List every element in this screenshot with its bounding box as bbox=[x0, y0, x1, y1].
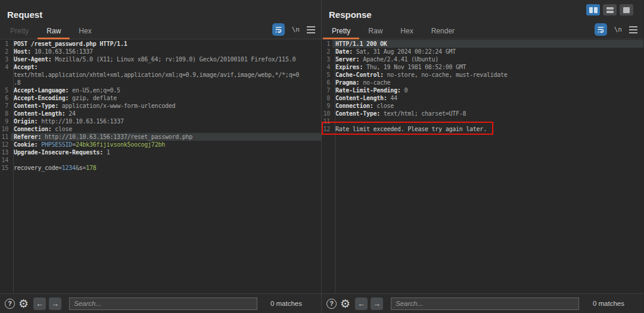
editor-line: 3User-Agent: Mozilla/5.0 (X11; Linux x86… bbox=[0, 55, 321, 63]
editor-line: .8 bbox=[0, 79, 321, 86]
editor-line: 6Pragma: no-cache bbox=[322, 79, 643, 86]
line-number: 1 bbox=[322, 40, 332, 48]
editor-line: 1HTTP/1.1 200 OK bbox=[322, 40, 643, 48]
editor-line: 5Accept-Language: en-US,en;q=0.5 bbox=[0, 86, 321, 94]
editor-line: 11 bbox=[322, 117, 643, 125]
tab-render[interactable]: Render bbox=[422, 23, 463, 39]
editor-line: 14 bbox=[0, 156, 321, 164]
request-editor-tools: \n bbox=[272, 23, 315, 39]
columns-icon bbox=[589, 7, 593, 13]
editor-line: 3Server: Apache/2.4.41 (Ubuntu) bbox=[322, 55, 643, 63]
line-text: Cookie: PHPSESSID=24bk36fijivsonk5oocogj… bbox=[11, 141, 321, 148]
request-panel-title: Request bbox=[0, 0, 321, 24]
tab-hex[interactable]: Hex bbox=[70, 23, 100, 39]
request-tabs: PrettyRawHex bbox=[1, 23, 101, 39]
line-text: Content-Length: 24 bbox=[11, 110, 321, 117]
line-number: 3 bbox=[0, 55, 11, 63]
line-text: Accept: bbox=[11, 63, 321, 71]
next-match-button[interactable]: → bbox=[49, 297, 61, 310]
line-number: 12 bbox=[322, 125, 332, 133]
show-newlines-toggle[interactable]: \n bbox=[614, 26, 622, 33]
line-text: Server: Apache/2.4.41 (Ubuntu) bbox=[332, 55, 643, 63]
line-number: 5 bbox=[0, 86, 11, 94]
editor-line: 6Accept-Encoding: gzip, deflate bbox=[0, 94, 321, 102]
line-number: 12 bbox=[0, 141, 11, 148]
word-wrap-icon bbox=[275, 26, 282, 33]
line-number: 15 bbox=[0, 164, 11, 172]
settings-gear-icon[interactable]: ⚙ bbox=[340, 297, 350, 309]
editor-line: 10Content-Type: text/html; charset=UTF-8 bbox=[322, 110, 643, 117]
line-text: Referer: http://10.10.63.156:1337/reset_… bbox=[11, 133, 321, 141]
line-number: 14 bbox=[0, 156, 11, 164]
tab-raw[interactable]: Raw bbox=[359, 23, 391, 39]
line-text: POST /reset_password.php HTTP/1.1 bbox=[11, 40, 321, 48]
line-number: 7 bbox=[322, 86, 332, 94]
line-number: 2 bbox=[0, 48, 11, 55]
response-editor-menu-button[interactable] bbox=[629, 26, 637, 33]
word-wrap-icon bbox=[597, 26, 605, 33]
show-newlines-toggle[interactable]: \n bbox=[292, 26, 300, 33]
editor-line: 12Cookie: PHPSESSID=24bk36fijivsonk5ooco… bbox=[0, 141, 321, 148]
request-search-bar: ? ⚙ ← → 0 matches bbox=[0, 293, 321, 313]
next-match-button[interactable]: → bbox=[371, 297, 383, 310]
response-editor[interactable]: 1HTTP/1.1 200 OK2Date: Sat, 31 Aug 2024 … bbox=[322, 39, 643, 293]
single-pane-icon bbox=[623, 7, 630, 13]
line-text bbox=[11, 156, 321, 164]
request-editor-menu-button[interactable] bbox=[307, 26, 315, 33]
tab-hex[interactable]: Hex bbox=[391, 23, 422, 39]
line-number: 4 bbox=[322, 63, 332, 71]
tab-raw[interactable]: Raw bbox=[38, 23, 70, 39]
word-wrap-toggle[interactable] bbox=[595, 23, 607, 36]
request-editor[interactable]: 1POST /reset_password.php HTTP/1.12Host:… bbox=[0, 39, 321, 293]
line-number: 9 bbox=[322, 102, 332, 110]
line-number: 3 bbox=[322, 55, 332, 63]
request-panel-header: Request PrettyRawHex \n bbox=[0, 0, 321, 39]
editor-line: 1POST /reset_password.php HTTP/1.1 bbox=[0, 40, 321, 48]
line-number: 5 bbox=[322, 71, 332, 79]
line-number: 10 bbox=[0, 125, 11, 133]
editor-line: 9Origin: http://10.10.63.156:1337 bbox=[0, 117, 321, 125]
editor-line: 2Host: 10.10.63.156:1337 bbox=[0, 48, 321, 55]
line-text: Accept-Language: en-US,en;q=0.5 bbox=[11, 86, 321, 94]
request-search-input[interactable] bbox=[69, 297, 257, 310]
line-text: text/html,application/xhtml+xml,applicat… bbox=[11, 71, 321, 79]
editor-line: 9Connection: close bbox=[322, 102, 643, 110]
line-number: 7 bbox=[0, 102, 11, 110]
layout-single-pane-button[interactable] bbox=[620, 4, 633, 16]
line-number: 1 bbox=[0, 40, 11, 48]
previous-match-button[interactable]: ← bbox=[355, 297, 368, 310]
request-tab-row: PrettyRawHex \n bbox=[0, 24, 321, 39]
line-number: 2 bbox=[322, 48, 332, 55]
line-text: Pragma: no-cache bbox=[332, 79, 643, 86]
line-number: 9 bbox=[0, 117, 11, 125]
line-number: 11 bbox=[322, 117, 332, 125]
line-text: HTTP/1.1 200 OK bbox=[332, 40, 643, 48]
editor-line: 10Connection: close bbox=[0, 125, 321, 133]
tab-pretty[interactable]: Pretty bbox=[323, 23, 359, 39]
help-icon[interactable]: ? bbox=[326, 299, 337, 309]
response-editor-tools: \n bbox=[595, 23, 637, 39]
line-text: Rate limit exceeded. Please try again la… bbox=[332, 125, 643, 133]
word-wrap-toggle[interactable] bbox=[272, 23, 285, 36]
line-text: Connection: close bbox=[11, 125, 321, 133]
layout-split-columns-button[interactable] bbox=[586, 4, 600, 16]
line-text: Origin: http://10.10.63.156:1337 bbox=[11, 117, 321, 125]
previous-match-button[interactable]: ← bbox=[33, 297, 46, 310]
line-number: 4 bbox=[0, 63, 11, 71]
layout-split-rows-button[interactable] bbox=[603, 4, 617, 16]
response-search-input[interactable] bbox=[391, 297, 579, 310]
line-number: 6 bbox=[0, 94, 11, 102]
editor-line: 12Rate limit exceeded. Please try again … bbox=[322, 125, 643, 133]
editor-line: text/html,application/xhtml+xml,applicat… bbox=[0, 71, 321, 79]
tab-pretty[interactable]: Pretty bbox=[1, 23, 38, 39]
editor-line: 5Cache-Control: no-store, no-cache, must… bbox=[322, 71, 643, 79]
line-text: Rate-Limit-Pending: 0 bbox=[332, 86, 643, 94]
request-panel: Request PrettyRawHex \n bbox=[0, 0, 322, 313]
line-text: Expires: Thu, 19 Nov 1981 08:52:00 GMT bbox=[332, 63, 643, 71]
line-text: Upgrade-Insecure-Requests: 1 bbox=[11, 148, 321, 156]
line-number: 11 bbox=[0, 133, 11, 141]
settings-gear-icon[interactable]: ⚙ bbox=[18, 297, 29, 309]
editor-line: 15recovery_code=1234&s=178 bbox=[0, 164, 321, 172]
help-icon[interactable]: ? bbox=[5, 299, 15, 309]
line-number: 8 bbox=[322, 94, 332, 102]
